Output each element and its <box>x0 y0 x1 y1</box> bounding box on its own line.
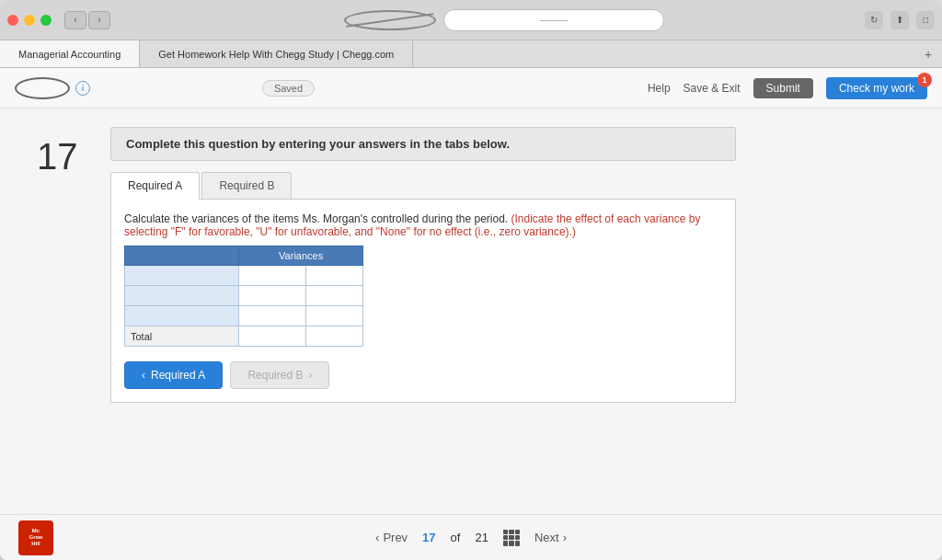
bottom-nav-required-a[interactable]: ‹ Required A <box>124 361 223 389</box>
total-type-cell[interactable] <box>305 326 362 347</box>
new-tab-button[interactable]: □ <box>916 11 935 29</box>
bottom-nav: ‹ Required A Required B › <box>124 361 722 389</box>
tab-content-required-a: Calculate the variances of the items Ms.… <box>110 200 736 403</box>
maximize-button[interactable] <box>40 15 52 26</box>
row3-amount-input[interactable] <box>239 306 305 326</box>
tab-required-b[interactable]: Required B <box>201 172 292 199</box>
calculate-text: Calculate the variances of the items Ms.… <box>124 212 722 238</box>
info-icon[interactable]: i <box>75 81 90 96</box>
pagination-bar: McGrawHill ‹ Prev 17 of 21 <box>0 514 942 560</box>
address-bar[interactable]: ——— <box>443 9 664 31</box>
table-header-label <box>125 246 239 266</box>
row2-type-input[interactable] <box>306 286 362 305</box>
app-logo <box>15 77 70 99</box>
mcgraw-logo-area: McGrawHill <box>18 520 53 555</box>
row1-amount-input[interactable] <box>239 266 305 285</box>
total-type-input[interactable] <box>306 326 362 346</box>
row2-type-cell[interactable] <box>305 286 362 306</box>
table-row-total: Total <box>125 326 363 347</box>
row3-type-cell[interactable] <box>305 306 362 326</box>
tab-required-a[interactable]: Required A <box>110 172 200 200</box>
total-amount-cell[interactable] <box>239 326 306 347</box>
titlebar: ‹ › ——— ↻ ⬆ □ <box>0 0 942 40</box>
row1-type-cell[interactable] <box>305 266 362 286</box>
question-body: Complete this question by entering your … <box>110 127 736 403</box>
row3-label-cell <box>125 306 239 326</box>
row1-label-cell <box>125 266 239 286</box>
minimize-button[interactable] <box>24 15 35 26</box>
share-button[interactable]: ⬆ <box>890 11 909 29</box>
table-row <box>125 306 363 326</box>
tab-managerial-accounting[interactable]: Managerial Accounting <box>0 40 140 67</box>
toolbar-actions: Help Save & Exit Submit Check my work 1 <box>648 77 927 99</box>
close-button[interactable] <box>7 15 18 26</box>
saved-badge: Saved <box>262 80 315 97</box>
table-row <box>125 266 363 286</box>
question-container: 17 Complete this question by entering yo… <box>37 127 905 403</box>
grid-view-icon[interactable] <box>503 530 520 546</box>
app-toolbar: i Saved Help Save & Exit Submit Check my… <box>0 68 942 109</box>
table-header-variances: Variances <box>239 246 363 266</box>
total-pages: 21 <box>475 531 488 544</box>
row1-amount-cell[interactable] <box>239 266 306 286</box>
row2-amount-cell[interactable] <box>239 286 306 306</box>
logo-area: i <box>15 77 90 99</box>
check-badge: 1 <box>917 73 932 87</box>
current-page: 17 <box>422 531 435 544</box>
page-separator: of <box>451 531 461 544</box>
prev-arrow-icon: ‹ <box>375 531 379 544</box>
bottom-nav-required-b[interactable]: Required B › <box>230 361 329 389</box>
main-content: 17 Complete this question by entering yo… <box>0 109 942 514</box>
reload-button[interactable]: ↻ <box>865 11 883 29</box>
row2-label-cell <box>125 286 239 306</box>
mcgraw-logo: McGrawHill <box>18 520 53 555</box>
right-arrow-icon: › <box>308 369 312 382</box>
forward-button[interactable]: › <box>88 11 110 29</box>
new-tab-plus[interactable]: + <box>914 40 942 67</box>
row2-amount-input[interactable] <box>239 286 305 305</box>
variance-table: Variances <box>124 246 363 347</box>
tab-chegg[interactable]: Get Homework Help With Chegg Study | Che… <box>140 40 413 67</box>
total-label: Total <box>125 326 239 347</box>
instruction-box: Complete this question by entering your … <box>110 127 736 161</box>
next-button[interactable]: Next › <box>534 531 567 544</box>
table-row <box>125 286 363 306</box>
back-button[interactable]: ‹ <box>64 11 86 29</box>
row3-type-input[interactable] <box>306 306 362 326</box>
prev-button[interactable]: ‹ Prev <box>375 531 408 544</box>
save-exit-link[interactable]: Save & Exit <box>684 82 741 95</box>
help-link[interactable]: Help <box>648 82 671 95</box>
total-amount-input[interactable] <box>239 326 305 346</box>
browser-tabbar: Managerial Accounting Get Homework Help … <box>0 40 942 68</box>
row1-type-input[interactable] <box>306 266 362 285</box>
question-tabs: Required A Required B <box>110 172 736 200</box>
submit-button[interactable]: Submit <box>753 78 813 98</box>
check-work-button[interactable]: Check my work 1 <box>826 77 927 99</box>
left-arrow-icon: ‹ <box>142 369 145 382</box>
question-number: 17 <box>37 127 92 403</box>
next-arrow-icon: › <box>563 531 567 544</box>
row3-amount-cell[interactable] <box>239 306 306 326</box>
